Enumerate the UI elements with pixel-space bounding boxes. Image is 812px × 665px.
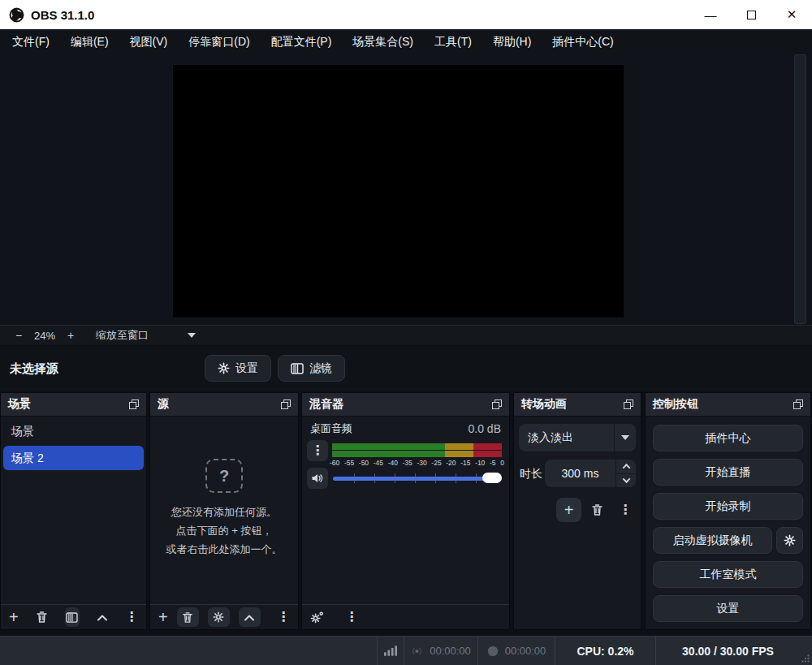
menu-plugin-center[interactable]: 插件中心(C)	[542, 29, 624, 54]
sources-dock-title: 源	[158, 397, 169, 412]
sources-dock: 源 ? 您还没有添加任何源。 点击下面的 + 按钮， 或者右击此处添加一个。 +	[149, 392, 299, 630]
menu-file[interactable]: 文件(F)	[2, 29, 60, 54]
controls-body: 插件中心 开始直播 开始录制 启动虚拟摄像机 工作室模式 设置	[646, 417, 810, 629]
add-transition-button[interactable]: +	[556, 498, 581, 522]
resize-grip[interactable]	[800, 637, 812, 665]
transitions-dock-header: 转场动画	[514, 393, 641, 417]
audio-channel-level: 0.0 dB	[469, 422, 501, 435]
preview-zoom-toolbar: − 24% + 缩放至窗口	[0, 325, 812, 346]
bitrate-segment	[377, 637, 404, 665]
preview-vertical-scrollbar[interactable]	[794, 54, 806, 324]
sources-empty-text: 您还没有添加任何源。 点击下面的 + 按钮， 或者右击此处添加一个。	[166, 503, 283, 559]
menu-scene-collection[interactable]: 场景集合(S)	[342, 29, 424, 54]
transition-select[interactable]: 淡入淡出	[519, 424, 636, 451]
channel-menu-button[interactable]: ⋮	[307, 440, 328, 461]
popout-icon[interactable]	[129, 399, 139, 409]
volume-slider[interactable]	[333, 471, 502, 486]
menu-view[interactable]: 视图(V)	[119, 29, 179, 54]
close-button[interactable]: ✕	[771, 0, 812, 29]
mute-button[interactable]	[307, 468, 328, 489]
mixer-dock-header: 混音器	[302, 393, 509, 417]
scenes-dock-title: 场景	[8, 397, 31, 412]
fps-value: 30.00 / 30.00 FPS	[682, 645, 774, 658]
properties-button[interactable]: 设置	[205, 355, 271, 382]
remove-source-button[interactable]	[177, 607, 199, 627]
sources-menu-button[interactable]: ⋮	[277, 611, 290, 624]
zoom-in-button[interactable]: +	[63, 329, 78, 342]
studio-mode-button[interactable]: 工作室模式	[653, 561, 803, 588]
volume-slider-handle[interactable]	[482, 473, 502, 483]
plugin-center-button[interactable]: 插件中心	[653, 425, 803, 451]
transitions-body: 淡入淡出 时长 300 ms + ⋮	[514, 417, 641, 629]
popout-icon[interactable]	[624, 399, 633, 409]
record-timer: 00:00:00	[505, 645, 546, 657]
duration-label: 时长	[520, 460, 542, 487]
gear-icon	[784, 534, 796, 546]
popout-icon[interactable]	[793, 399, 803, 409]
filters-button[interactable]: 滤镜	[278, 355, 345, 382]
advanced-audio-button[interactable]	[310, 611, 324, 624]
move-source-up-button[interactable]	[239, 607, 261, 627]
chevron-down-icon	[622, 475, 630, 483]
duration-spinbox[interactable]: 300 ms	[545, 460, 636, 487]
scene-item-selected[interactable]: 场景 2	[3, 446, 144, 470]
chevron-up-icon	[622, 464, 630, 472]
mixer-dock-title: 混音器	[309, 397, 343, 412]
duration-value[interactable]: 300 ms	[545, 460, 615, 487]
settings-button[interactable]: 设置	[653, 595, 803, 622]
menu-docks[interactable]: 停靠窗口(D)	[178, 29, 260, 54]
add-source-button[interactable]: +	[158, 609, 168, 625]
recording-status-icon	[487, 646, 499, 657]
source-properties-button[interactable]	[208, 607, 230, 627]
volume-meter-bar-left	[332, 443, 502, 450]
move-scene-up-button[interactable]	[97, 614, 108, 621]
minimize-button[interactable]: —	[690, 0, 731, 29]
sources-dock-header: 源	[150, 393, 298, 417]
fit-mode-dropdown-icon[interactable]	[188, 333, 196, 338]
transition-menu-button[interactable]: ⋮	[619, 498, 632, 522]
scenes-menu-button[interactable]: ⋮	[125, 611, 138, 624]
question-mark-icon: ?	[205, 459, 243, 493]
fit-mode-select[interactable]: 缩放至窗口	[96, 328, 149, 343]
properties-button-label: 设置	[235, 361, 258, 376]
filters-icon	[291, 363, 304, 374]
controls-dock: 控制按钮 插件中心 开始直播 开始录制 启动虚拟摄像机 工作室模式 设置	[645, 392, 811, 630]
maximize-button[interactable]	[731, 0, 771, 29]
popout-icon[interactable]	[492, 399, 502, 409]
audio-channel-name: 桌面音频	[310, 421, 352, 436]
start-streaming-button[interactable]: 开始直播	[653, 459, 803, 486]
menu-profile[interactable]: 配置文件(P)	[261, 29, 343, 54]
remove-transition-button[interactable]	[587, 498, 607, 522]
controls-dock-title: 控制按钮	[653, 397, 698, 412]
mixer-body: 桌面音频 0.0 dB ⋮ -60 -55 -50 -45 -40 -35 -3…	[302, 417, 509, 604]
menu-edit[interactable]: 编辑(E)	[60, 29, 119, 54]
filters-button-label: 滤镜	[309, 361, 332, 376]
scenes-dock: 场景 场景 场景 2 + ⋮	[0, 392, 147, 630]
volume-meter	[332, 443, 502, 457]
zoom-out-button[interactable]: −	[11, 329, 26, 342]
transitions-dock-title: 转场动画	[521, 397, 567, 412]
controls-dock-header: 控制按钮	[646, 393, 810, 417]
remove-scene-button[interactable]	[36, 611, 48, 624]
mixer-menu-button[interactable]: ⋮	[345, 611, 358, 624]
stream-time-segment: 00:00:00	[404, 637, 477, 665]
duration-decrease-button[interactable]	[616, 474, 636, 488]
scenes-dock-header: 场景	[1, 393, 146, 417]
cpu-usage-segment: CPU: 0.2%	[555, 637, 655, 665]
cpu-usage: CPU: 0.2%	[577, 645, 633, 658]
add-scene-button[interactable]: +	[9, 609, 19, 625]
menu-tools[interactable]: 工具(T)	[424, 29, 482, 54]
sources-list-empty[interactable]: ? 您还没有添加任何源。 点击下面的 + 按钮， 或者右击此处添加一个。	[150, 417, 298, 604]
menu-help[interactable]: 帮助(H)	[482, 29, 542, 54]
scene-item[interactable]: 场景	[3, 419, 144, 443]
duration-increase-button[interactable]	[616, 460, 636, 474]
start-virtual-camera-button[interactable]: 启动虚拟摄像机	[653, 527, 772, 554]
obs-window: OBS 31.1.0 — ✕ 文件(F) 编辑(E) 视图(V) 停靠窗口(D)…	[0, 0, 812, 665]
scene-filters-button[interactable]	[65, 607, 80, 627]
start-recording-button[interactable]: 开始录制	[653, 493, 803, 520]
chevron-down-icon	[614, 424, 636, 451]
volume-meter-bar-right	[332, 451, 502, 457]
volume-slider-track	[333, 477, 502, 481]
popout-icon[interactable]	[281, 399, 291, 409]
virtual-camera-settings-button[interactable]	[776, 527, 803, 554]
